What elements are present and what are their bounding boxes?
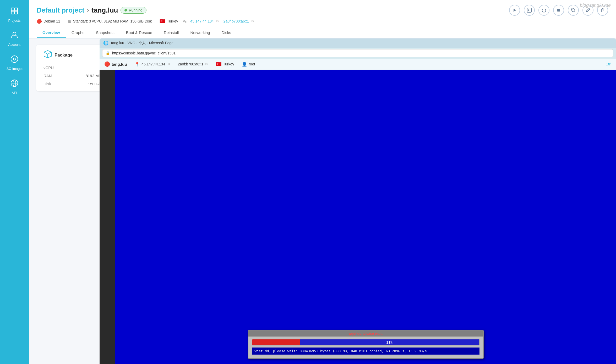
status-text: Running: [129, 8, 142, 12]
vnc-screen[interactable]: wget dd, please wait: 21%: [100, 70, 616, 364]
header: Default project › tang.luu Running: [29, 0, 616, 38]
vcpu-row: vCPU 3: [43, 65, 102, 70]
status-dot: [124, 9, 127, 12]
os-icon: 🔴: [37, 19, 42, 24]
tab-networking[interactable]: Networking: [184, 28, 216, 38]
browser-address-bar[interactable]: 🔒 https://console.batu.gg/vnc_client/158…: [102, 49, 613, 57]
stop-button[interactable]: [553, 5, 564, 16]
dialog-content: 21% wget dd, please wait: 880436951 byte…: [248, 337, 483, 358]
projects-icon: [10, 7, 19, 17]
package-icon: ▦: [68, 19, 72, 23]
package-box-icon: [43, 50, 52, 60]
vnc-server-name: tang.luu: [112, 62, 127, 66]
sidebar-item-account[interactable]: Account: [0, 27, 29, 51]
svg-rect-14: [601, 9, 604, 12]
country: Turkey: [167, 19, 178, 23]
watermark: blog.tanglu.me: [580, 3, 611, 8]
package-card: Package vCPU 3 RAM 8192 MiB Disk 150 GiB: [36, 45, 110, 91]
ram-row: RAM 8192 MiB: [43, 74, 102, 78]
sidebar-item-projects[interactable]: Projects: [0, 3, 29, 27]
disk-label: Disk: [43, 82, 51, 86]
sidebar-label-account: Account: [8, 43, 21, 47]
console-button[interactable]: [524, 5, 535, 16]
tabs: Overview Graphs Snapshots Boot & Rescue …: [37, 28, 608, 38]
ipv6-copy-icon[interactable]: ⧉: [252, 19, 254, 23]
ips-label: IPs: [182, 19, 187, 23]
svg-rect-13: [557, 9, 560, 12]
browser-tab-title: tang.luu - VNC - 个人 - Microsoft Edge: [111, 41, 173, 46]
vnc-ipv4: 45.147.44.134: [141, 62, 165, 66]
sidebar-label-iso: ISO images: [6, 67, 23, 71]
os-name: Debian 11: [43, 19, 60, 23]
svg-point-5: [11, 56, 18, 63]
tab-reinstall[interactable]: Reinstall: [158, 28, 185, 38]
svg-rect-2: [15, 8, 18, 11]
svg-marker-10: [514, 9, 516, 12]
api-icon: [10, 79, 19, 89]
vnc-server-info: 🔴 tang.luu: [104, 61, 127, 67]
breadcrumb-separator: ›: [87, 7, 89, 14]
disk-row: Disk 150 GiB: [43, 82, 102, 86]
sidebar-item-api[interactable]: API: [0, 75, 29, 99]
os-info: 🔴 Debian 11: [37, 19, 60, 24]
vnc-country-info: 🇹🇷 Turkey: [216, 61, 234, 67]
svg-point-6: [13, 58, 15, 60]
package-info: ▦ Standart: 3 vCPU, 8192 MiB RAM, 150 Gi…: [68, 19, 152, 23]
package-desc: Standart: 3 vCPU, 8192 MiB RAM, 150 GiB …: [73, 19, 152, 23]
vnc-country: Turkey: [223, 62, 234, 66]
sidebar-item-iso-images[interactable]: ISO images: [0, 51, 29, 75]
status-badge: Running: [121, 7, 146, 14]
breadcrumb: Default project › tang.luu Running: [37, 6, 146, 14]
vnc-ctrl-label: Ctrl: [606, 62, 611, 66]
package-details: vCPU 3 RAM 8192 MiB Disk 150 GiB: [43, 65, 102, 86]
progress-rest: 21%: [300, 339, 479, 345]
tab-overview[interactable]: Overview: [37, 28, 66, 38]
main-content: Default project › tang.luu Running: [29, 0, 616, 364]
svg-rect-1: [11, 11, 14, 14]
vnc-ipv6: 2a0f:b700:a6::1: [178, 62, 203, 66]
progress-dialog: wget dd, please wait: 21%: [248, 330, 484, 359]
browser-favicon: 🌐: [103, 41, 108, 46]
account-icon: [10, 31, 19, 41]
vnc-ipv6-copy[interactable]: ⧉: [205, 62, 208, 66]
user-icon: 👤: [242, 62, 247, 67]
ipv4-copy-icon[interactable]: ⧉: [216, 19, 219, 23]
package-title: Package: [54, 53, 73, 58]
tab-snapshots[interactable]: Snapshots: [90, 28, 120, 38]
content-area: Package vCPU 3 RAM 8192 MiB Disk 150 GiB: [29, 38, 616, 364]
project-link[interactable]: Default project: [37, 6, 84, 14]
sidebar: Projects Account ISO images API: [0, 0, 29, 364]
progress-bar-container: 21%: [252, 339, 479, 345]
progress-fill: [252, 339, 300, 345]
vnc-overlay: 🌐 tang.luu - VNC - 个人 - Microsoft Edge 🔒…: [100, 38, 616, 364]
address-text: https://console.batu.gg/vnc_client/1581: [112, 51, 610, 55]
location-pin-icon: 📍: [135, 62, 140, 67]
play-button[interactable]: [509, 5, 520, 16]
tab-boot-rescue[interactable]: Boot & Rescue: [120, 28, 158, 38]
vnc-ipv4-copy[interactable]: ⧉: [168, 62, 170, 66]
debian-icon: 🔴: [104, 61, 110, 67]
vnc-user: root: [249, 62, 255, 66]
ipv6-link[interactable]: 2a0f:b700:a6::1: [223, 19, 249, 23]
tab-disks[interactable]: Disks: [216, 28, 237, 38]
server-name: tang.luu: [91, 6, 118, 14]
svg-rect-0: [11, 8, 14, 11]
header-top: Default project › tang.luu Running: [37, 5, 608, 16]
vnc-ipv6-info: 2a0f:b700:a6::1 ⧉: [178, 62, 208, 66]
package-header: Package: [43, 50, 102, 60]
dialog-title-bar: wget dd, please wait:: [248, 331, 483, 337]
tab-graphs[interactable]: Graphs: [66, 28, 90, 38]
dialog-title-text: wget dd, please wait:: [348, 332, 383, 335]
vnc-info-bar: 🔴 tang.luu 📍 45.147.44.134 ⧉ 2a0f:b700:a…: [100, 59, 616, 70]
reset-button[interactable]: [568, 5, 579, 16]
flag-icon: 🇹🇷: [160, 18, 165, 24]
browser-chrome: 🌐 tang.luu - VNC - 个人 - Microsoft Edge 🔒…: [100, 38, 616, 59]
progress-percent: 21%: [386, 340, 393, 344]
vnc-ctrl: Ctrl: [606, 62, 611, 66]
browser-title-bar: 🌐 tang.luu - VNC - 个人 - Microsoft Edge: [100, 38, 616, 48]
vnc-main-content: wget dd, please wait: 21%: [115, 70, 616, 364]
vnc-dark-sidebar: [100, 70, 115, 364]
ipv4-link[interactable]: 45.147.44.134: [190, 19, 214, 23]
server-meta: 🔴 Debian 11 ▦ Standart: 3 vCPU, 8192 MiB…: [37, 18, 608, 24]
power-button[interactable]: [538, 5, 549, 16]
